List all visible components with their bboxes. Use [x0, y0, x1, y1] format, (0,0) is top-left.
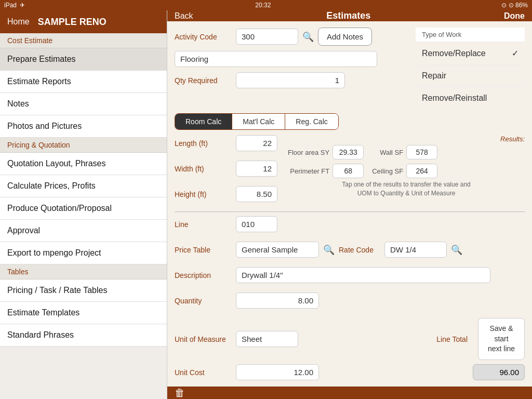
width-row: Width (ft) [175, 161, 277, 177]
sidebar-item-notes[interactable]: Notes [0, 93, 167, 115]
results-col-left: Floor area SY 29.33 Perimeter FT 68 [288, 145, 364, 178]
line-input[interactable] [236, 216, 277, 232]
sidebar-item-photos-and-pictures[interactable]: Photos and Pictures [0, 115, 167, 138]
sidebar-header: Home SAMPLE RENO [0, 10, 167, 33]
flooring-input[interactable] [175, 51, 377, 67]
floor-area-row: Floor area SY 29.33 [288, 145, 364, 159]
status-bar: iPad ✈ 20:32 ⊙ ⊙ 86% [0, 0, 532, 10]
sidebar-item-produce-quotation-proposal[interactable]: Produce Quotation/Proposal [0, 197, 167, 220]
quantity-input[interactable] [236, 292, 319, 309]
height-label: Height (ft) [175, 190, 232, 198]
sidebar: Home SAMPLE RENO Cost EstimatePrepare Es… [0, 10, 167, 399]
floor-area-value[interactable]: 29.33 [332, 145, 364, 159]
type-of-work-items: Remove/Replace✓RepairRemove/Reinstall [416, 42, 525, 109]
top-section: Activity Code 🔍 Add Notes Qty Required [175, 28, 525, 109]
activity-code-input[interactable] [236, 29, 298, 45]
results-grid: Floor area SY 29.33 Perimeter FT 68 Wall… [288, 145, 525, 178]
uom-save-row: Unit of Measure Line Total Save &startne… [175, 318, 525, 360]
sidebar-item-estimate-templates[interactable]: Estimate Templates [0, 302, 167, 324]
perimeter-value[interactable]: 68 [332, 164, 364, 178]
description-input[interactable] [236, 267, 490, 283]
trash-icon[interactable]: 🗑 [175, 387, 185, 399]
type-of-work-option-remove-reinstall[interactable]: Remove/Reinstall [416, 87, 525, 109]
unit-cost-row: Unit Cost 96.00 [175, 364, 525, 380]
line-total-area: Line Total [436, 335, 468, 343]
width-input[interactable] [236, 161, 277, 177]
wall-sf-row: Wall SF 578 [372, 145, 437, 159]
length-input[interactable] [236, 135, 277, 151]
length-label: Length (ft) [175, 139, 232, 148]
ipad-label: iPad [4, 2, 17, 9]
uom-row: Unit of Measure [175, 331, 298, 347]
sidebar-item-export-to-mpengo-project[interactable]: Export to mpengo Project [0, 242, 167, 264]
price-table-search-button[interactable]: 🔍 [323, 244, 335, 256]
calc-tab-mat-l-calc[interactable]: Mat'l Calc [232, 114, 285, 129]
sidebar-item-estimate-reports[interactable]: Estimate Reports [0, 71, 167, 93]
quantity-row: Quantity [175, 292, 525, 309]
bottom-toolbar: 🗑 [167, 387, 532, 399]
sidebar-section-header: Pricing & Quotation [0, 138, 167, 153]
ceiling-sf-value[interactable]: 264 [406, 164, 437, 178]
sidebar-item-prepare-estimates[interactable]: Prepare Estimates [0, 48, 167, 71]
price-rate-row: Price Table 🔍 Rate Code 🔍 [175, 242, 525, 258]
rate-code-search-button[interactable]: 🔍 [451, 244, 462, 256]
type-of-work-option-repair[interactable]: Repair [416, 65, 525, 87]
unit-cost-label: Unit Cost [175, 368, 232, 377]
qty-required-row: Qty Required [175, 72, 409, 88]
flooring-row [175, 51, 409, 67]
divider [175, 211, 525, 212]
calc-tab-reg-calc[interactable]: Reg. Calc [285, 114, 338, 129]
sidebar-item-calculate-prices-profits[interactable]: Calculate Prices, Profits [0, 175, 167, 197]
wifi-icon: ⊙ [501, 2, 507, 9]
left-form: Activity Code 🔍 Add Notes Qty Required [175, 28, 409, 109]
back-button[interactable]: Back [175, 11, 193, 21]
results-area: Results: Floor area SY 29.33 Perimeter F… [288, 135, 525, 207]
type-of-work-option-remove-replace[interactable]: Remove/Replace✓ [416, 42, 525, 65]
save-start-next-button[interactable]: Save &startnext line [478, 318, 525, 360]
bottom-form: Line Price Table 🔍 Rate Code 🔍 Descripti… [175, 216, 525, 380]
uom-input[interactable] [236, 331, 298, 347]
line-label: Line [175, 220, 232, 229]
line-total-value: 96.00 [473, 364, 525, 380]
description-row: Description [175, 267, 525, 283]
results-label: Results: [288, 135, 525, 143]
rate-code-input[interactable] [384, 242, 447, 258]
home-button[interactable]: Home [7, 17, 30, 26]
sidebar-section-header: Tables [0, 264, 167, 280]
uom-label: Unit of Measure [175, 335, 232, 343]
add-notes-button[interactable]: Add Notes [318, 28, 372, 46]
line-total-label: Line Total [436, 335, 468, 343]
length-row: Length (ft) [175, 135, 277, 151]
wall-sf-value[interactable]: 578 [406, 145, 437, 159]
rate-code-label: Rate Code [339, 246, 380, 254]
activity-code-search-button[interactable]: 🔍 [302, 31, 314, 43]
line-row: Line [175, 216, 525, 232]
sidebar-item-approval[interactable]: Approval [0, 220, 167, 242]
sidebar-item-standard-phrases[interactable]: Standard Phrases [0, 324, 167, 347]
price-table-input[interactable] [236, 242, 319, 258]
project-name: SAMPLE RENO [38, 17, 107, 28]
done-button[interactable]: Done [504, 11, 525, 21]
calc-tab-room-calc[interactable]: Room Calc [175, 114, 232, 129]
sidebar-item-pricing-task-rate-tables[interactable]: Pricing / Task / Rate Tables [0, 280, 167, 302]
dimension-inputs: Length (ft) Width (ft) Height (ft) [175, 135, 277, 207]
price-table-label: Price Table [175, 246, 232, 254]
calc-tabs: Room CalcMat'l CalcReg. Calc [175, 113, 339, 130]
content-area: Activity Code 🔍 Add Notes Qty Required [167, 21, 532, 387]
perimeter-row: Perimeter FT 68 [288, 164, 364, 178]
qty-required-label: Qty Required [175, 76, 232, 85]
results-col-right: Wall SF 578 Ceiling SF 264 [372, 145, 437, 178]
unit-cost-input[interactable] [236, 364, 319, 380]
qty-required-input[interactable] [236, 72, 345, 88]
activity-code-label: Activity Code [175, 33, 232, 41]
calc-section: Length (ft) Width (ft) Height (ft) Resul… [175, 135, 525, 207]
type-of-work-panel: Type of Work Remove/Replace✓RepairRemove… [416, 28, 525, 109]
status-bar-left: iPad ✈ [4, 2, 25, 9]
ceiling-sf-label: Ceiling SF [372, 167, 403, 175]
sidebar-item-quotation-layout-phrases[interactable]: Quotation Layout, Phrases [0, 153, 167, 175]
floor-area-label: Floor area SY [288, 149, 329, 156]
page-title: Estimates [326, 10, 370, 21]
height-input[interactable] [236, 186, 277, 202]
sidebar-section-header: Cost Estimate [0, 33, 167, 48]
status-bar-right: ⊙ ⊙ 86% [501, 2, 528, 9]
